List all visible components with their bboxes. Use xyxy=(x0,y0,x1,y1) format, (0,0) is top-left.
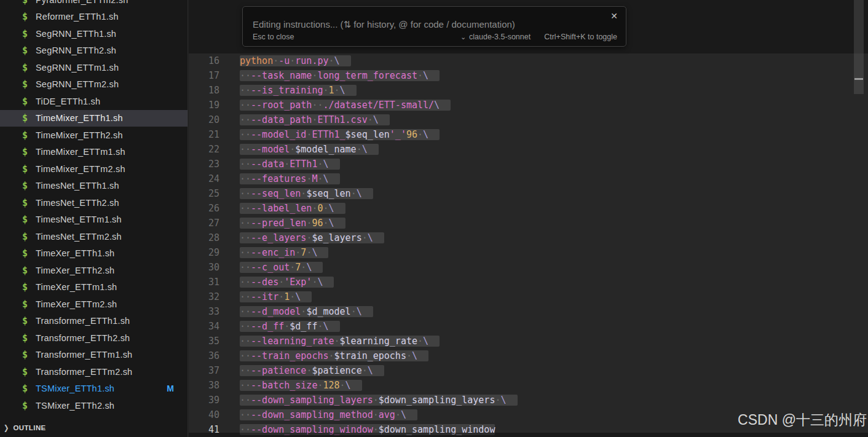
code-line-34[interactable]: 34··--d_ff·$d_ff·\ xyxy=(189,319,868,334)
shell-script-icon: $ xyxy=(22,45,36,56)
line-content[interactable]: ··--features·M·\ xyxy=(240,171,340,186)
line-content[interactable]: ··--train_epochs·$train_epochs·\ xyxy=(240,348,428,363)
close-icon[interactable]: ✕ xyxy=(608,10,620,22)
line-content[interactable]: ··--model_id·ETTh1_$seq_len'_'96·\ xyxy=(240,127,440,142)
code-line-38[interactable]: 38··--batch_size·128·\ xyxy=(189,378,868,393)
line-content[interactable]: ··--data·ETTh1·\ xyxy=(240,157,340,171)
line-content[interactable]: ··--label_len·0·\ xyxy=(240,201,345,216)
line-content[interactable]: ··--seq_len·$seq_len·\ xyxy=(240,186,373,201)
sidebar-item-transformer-ettm2-sh[interactable]: $Transformer_ETTm2.sh xyxy=(0,363,187,380)
code-line-31[interactable]: 31··--des·'Exp'·\ xyxy=(189,275,868,289)
overview-ruler-marker xyxy=(854,78,863,80)
code-line-26[interactable]: 26··--label_len·0·\ xyxy=(189,201,868,216)
file-name: Transformer_ETTh1.sh xyxy=(36,316,130,326)
sidebar-item-segrnn-etth1-sh[interactable]: $SegRNN_ETTh1.sh xyxy=(0,25,187,42)
code-line-29[interactable]: 29··--enc_in·7·\ xyxy=(189,245,868,260)
code-line-36[interactable]: 36··--train_epochs·$train_epochs·\ xyxy=(189,348,868,363)
code-line-24[interactable]: 24··--features·M·\ xyxy=(189,171,868,186)
sidebar-item-timemixer-etth2-sh[interactable]: $TimeMixer_ETTh2.sh xyxy=(0,127,187,144)
line-content[interactable]: ··--down_sampling_method·avg·\ xyxy=(240,407,417,422)
sidebar-item-reformer-etth1-sh[interactable]: $Reformer_ETTh1.sh xyxy=(0,9,187,26)
line-content[interactable]: ··--patience·$patience·\ xyxy=(240,363,384,378)
sidebar-item-timesnet-etth2-sh[interactable]: $TimesNet_ETTh2.sh xyxy=(0,194,187,211)
line-content[interactable]: python·-u·run.py·\ xyxy=(240,53,351,68)
code-line-37[interactable]: 37··--patience·$patience·\ xyxy=(189,363,868,378)
sidebar-item-segrnn-ettm1-sh[interactable]: $SegRNN_ETTm1.sh xyxy=(0,59,187,76)
sidebar-item-transformer-etth2-sh[interactable]: $Transformer_ETTh2.sh xyxy=(0,329,187,347)
code-line-25[interactable]: 25··--seq_len·$seq_len·\ xyxy=(189,186,868,201)
sidebar-item-segrnn-ettm2-sh[interactable]: $SegRNN_ETTm2.sh xyxy=(0,76,187,93)
sidebar-item-transformer-ettm1-sh[interactable]: $Transformer_ETTm1.sh xyxy=(0,347,187,364)
sidebar-item-tsmixer-etth2-sh[interactable]: $TSMixer_ETTh2.sh xyxy=(0,397,187,414)
shell-script-icon: $ xyxy=(22,11,36,22)
code-line-39[interactable]: 39··--down_sampling_layers·$down_samplin… xyxy=(189,393,868,407)
line-content[interactable]: ··--e_layers·$e_layers·\ xyxy=(240,230,384,245)
chat-input-placeholder[interactable]: Editing instructions... (⇅ for history, … xyxy=(253,19,515,30)
shell-script-icon: $ xyxy=(22,366,36,377)
line-content[interactable]: ··--data_path·ETTh1.csv·\ xyxy=(240,112,390,127)
code-line-33[interactable]: 33··--d_model·$d_model·\ xyxy=(189,304,868,319)
line-number: 17 xyxy=(189,68,219,83)
inline-chat-widget[interactable]: Editing instructions... (⇅ for history, … xyxy=(242,6,626,47)
vertical-scrollbar[interactable] xyxy=(854,0,864,437)
code-line-18[interactable]: 18··--is_training·1·\ xyxy=(189,83,868,98)
sidebar-item-timexer-ettm2-sh[interactable]: $TimeXer_ETTm2.sh xyxy=(0,296,187,313)
sidebar-item-timesnet-ettm2-sh[interactable]: $TimesNet_ETTm2.sh xyxy=(0,228,187,245)
code-line-20[interactable]: 20··--data_path·ETTh1.csv·\ xyxy=(189,112,868,127)
sidebar-item-tsmixer-etth1-sh[interactable]: $TSMixer_ETTh1.shM xyxy=(0,380,187,398)
line-content[interactable]: ··--d_ff·$d_ff·\ xyxy=(240,319,340,334)
line-content[interactable]: ··--model·$model_name·\ xyxy=(240,142,379,157)
line-number: 32 xyxy=(189,289,219,304)
line-content[interactable]: ··--down_sampling_layers·$down_sampling_… xyxy=(240,393,518,407)
line-content[interactable]: ··--pred_len·96·\ xyxy=(240,216,345,230)
code-line-28[interactable]: 28··--e_layers·$e_layers·\ xyxy=(189,230,868,245)
line-content[interactable]: ··--c_out·7·\ xyxy=(240,260,323,275)
model-selector[interactable]: ⌄claude-3.5-sonnet xyxy=(460,33,531,41)
sidebar-item-tide-etth1-sh[interactable]: $TiDE_ETTh1.sh xyxy=(0,93,187,110)
line-content[interactable]: ··--root_path··./dataset/ETT-small/\ xyxy=(240,98,451,112)
code-line-35[interactable]: 35··--learning_rate·$learning_rate·\ xyxy=(189,334,868,348)
sidebar-item-timemixer-etth1-sh[interactable]: $TimeMixer_ETTh1.sh xyxy=(0,110,187,127)
selection-highlight: ··--patience·$patience·\ xyxy=(240,365,384,376)
code-line-30[interactable]: 30··--c_out·7·\ xyxy=(189,260,868,275)
line-content[interactable]: ··--is_training·1·\ xyxy=(240,83,357,98)
sidebar-item-timexer-ettm1-sh[interactable]: $TimeXer_ETTm1.sh xyxy=(0,279,187,296)
line-content[interactable]: ··--task_name·long_term_forecast·\ xyxy=(240,68,440,83)
sidebar-item-transformer-etth1-sh[interactable]: $Transformer_ETTh1.sh xyxy=(0,313,187,330)
line-content[interactable]: ··--des·'Exp'·\ xyxy=(240,275,334,289)
code-lines[interactable]: 16python·-u·run.py·\17··--task_name·long… xyxy=(189,53,868,437)
file-name: TSMixer_ETTh2.sh xyxy=(36,401,114,411)
code-line-21[interactable]: 21··--model_id·ETTh1_$seq_len'_'96·\ xyxy=(189,127,868,142)
line-content[interactable]: ··--d_model·$d_model·\ xyxy=(240,304,373,319)
sidebar-item-timesnet-etth1-sh[interactable]: $TimesNet_ETTh1.sh xyxy=(0,178,187,195)
code-line-32[interactable]: 32··--itr·1·\ xyxy=(189,289,868,304)
code-line-22[interactable]: 22··--model·$model_name·\ xyxy=(189,142,868,157)
sidebar-item-timemixer-ettm1-sh[interactable]: $TimeMixer_ETTm1.sh xyxy=(0,144,187,161)
line-content[interactable]: ··--learning_rate·$learning_rate·\ xyxy=(240,334,440,348)
line-content[interactable]: ··--batch_size·128·\ xyxy=(240,378,362,393)
shell-script-icon: $ xyxy=(22,96,36,107)
sidebar-item-segrnn-etth2-sh[interactable]: $SegRNN_ETTh2.sh xyxy=(0,42,187,60)
sidebar-item-timesnet-ettm1-sh[interactable]: $TimesNet_ETTm1.sh xyxy=(0,211,187,229)
selection-highlight: ··--d_model·$d_model·\ xyxy=(240,306,373,317)
code-line-27[interactable]: 27··--pred_len·96·\ xyxy=(189,216,868,230)
line-content[interactable]: ··--enc_in·7·\ xyxy=(240,245,328,260)
code-line-16[interactable]: 16python·-u·run.py·\ xyxy=(189,53,868,68)
line-content[interactable]: ··--itr·1·\ xyxy=(240,289,312,304)
shell-script-icon: $ xyxy=(22,299,36,310)
selection-highlight: ··--train_epochs·$train_epochs·\ xyxy=(240,350,428,361)
code-line-19[interactable]: 19··--root_path··./dataset/ETT-small/\ xyxy=(189,98,868,112)
outline-section-header[interactable]: ❯ OUTLINE xyxy=(0,420,187,435)
selection-highlight: ··--d_ff·$d_ff·\ xyxy=(240,321,340,332)
code-line-17[interactable]: 17··--task_name·long_term_forecast·\ xyxy=(189,68,868,83)
sidebar-item-timexer-etth1-sh[interactable]: $TimeXer_ETTh1.sh xyxy=(0,245,187,262)
scrollbar-thumb[interactable] xyxy=(854,0,864,94)
sidebar-item-timemixer-ettm2-sh[interactable]: $TimeMixer_ETTm2.sh xyxy=(0,160,187,178)
sidebar-item-timexer-etth2-sh[interactable]: $TimeXer_ETTh2.sh xyxy=(0,262,187,279)
code-line-23[interactable]: 23··--data·ETTh1·\ xyxy=(189,157,868,171)
code-editor[interactable]: Editing instructions... (⇅ for history, … xyxy=(189,0,868,437)
sidebar-item-pyraformer-ettm2-sh[interactable]: $Pyraformer_ETTm2.sh xyxy=(0,0,187,9)
line-number: 19 xyxy=(189,98,219,112)
selection-highlight: ··--is_training·1·\ xyxy=(240,85,357,96)
selection-highlight: ··--label_len·0·\ xyxy=(240,203,345,214)
